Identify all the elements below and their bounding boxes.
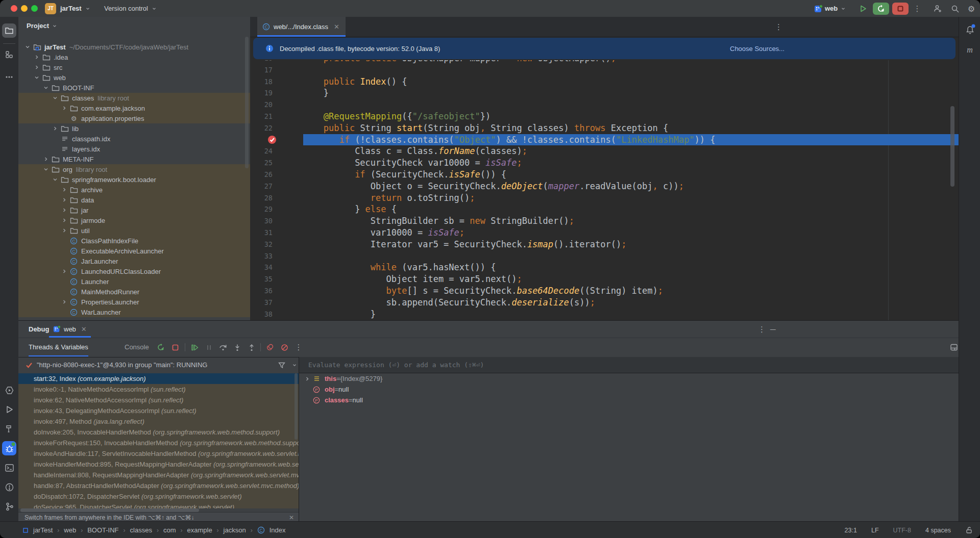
settings-gear-icon[interactable]: ⚙ [966, 3, 977, 14]
code-line-22[interactable]: 22 public String start(String obj, Strin… [250, 122, 959, 134]
frame-row[interactable]: start:32, Index (com.example.jackson) [18, 373, 299, 384]
debug-more-icon[interactable]: ⋮ [293, 342, 304, 353]
frame-row[interactable]: invoke:497, Method (java.lang.reflect) [18, 416, 299, 427]
line-number[interactable]: 36 [250, 285, 273, 297]
code-line-36[interactable]: 36 byte[] s = SecurityCheck.base64Decode… [250, 285, 959, 297]
code-line-37[interactable]: 37 sb.append(SecurityCheck.deserialize(s… [250, 297, 959, 309]
view-breakpoints-icon[interactable] [264, 342, 276, 353]
tree-item-jartest[interactable]: jarTest~/Documents/CTF/code/javaWeb/jarT… [18, 42, 251, 52]
thread-selector[interactable]: "http-nio-8080-exec-1"@4,930 in group "m… [18, 357, 299, 373]
run-tool-icon[interactable] [2, 402, 16, 417]
tree-item-meta-inf[interactable]: META-INF [18, 154, 251, 164]
chevron-right-icon[interactable] [61, 227, 67, 234]
code-line-30[interactable]: 30 StringBuilder sb = new StringBuilder(… [250, 215, 959, 227]
tree-item-com-example-jackson[interactable]: com.example.jackson [18, 103, 251, 113]
run-button[interactable] [857, 3, 869, 14]
line-number[interactable]: 29 [250, 203, 273, 215]
chevron-right-icon[interactable] [61, 105, 67, 111]
tree-item-jar[interactable]: jar [18, 205, 251, 215]
filter-funnel-icon[interactable] [278, 362, 285, 369]
line-number[interactable]: 37 [250, 297, 273, 309]
indent-setting[interactable]: 4 spaces [925, 527, 951, 534]
line-number[interactable]: 21 [250, 111, 273, 122]
file-encoding[interactable]: UTF-8 [893, 527, 911, 534]
tree-item-application-properties[interactable]: ⚙application.properties [18, 113, 251, 123]
tree-item-jarmode[interactable]: jarmode [18, 215, 251, 225]
services-tool-icon[interactable] [2, 383, 16, 397]
tree-item-web[interactable]: web [18, 72, 251, 83]
step-over-icon[interactable] [217, 342, 229, 353]
code-line-19[interactable]: 19 } [250, 87, 959, 99]
tree-item-archive[interactable]: archive [18, 185, 251, 195]
more-actions-icon[interactable]: ⋮ [912, 3, 923, 14]
chevron-down-icon[interactable] [24, 44, 31, 50]
breakpoint-verified-icon[interactable] [267, 135, 277, 145]
tab-threads-variables[interactable]: Threads & Variables [29, 338, 88, 356]
step-into-icon[interactable] [232, 342, 243, 353]
code-line-24[interactable]: 24 Class c = Class.forName(classes); [250, 145, 959, 157]
project-tool-icon[interactable] [2, 23, 16, 38]
frame-row[interactable]: invoke:62, NativeMethodAccessorImpl (sun… [18, 395, 299, 405]
line-number[interactable]: 18 [250, 76, 273, 88]
terminal-tool-icon[interactable] [2, 460, 16, 475]
line-number[interactable]: 28 [250, 192, 273, 204]
code-line-38[interactable]: 38 } [250, 309, 959, 320]
rerun-icon[interactable] [155, 342, 166, 353]
breadcrumb-item[interactable]: jarTest [33, 526, 53, 534]
chevron-right-icon[interactable] [61, 299, 67, 305]
breadcrumb-item[interactable]: com [163, 526, 176, 534]
code-line-33[interactable]: 33 [250, 250, 959, 262]
notifications-bell-icon[interactable] [963, 22, 977, 37]
tree-item-org[interactable]: orglibrary root [18, 164, 251, 174]
code-line-34[interactable]: 34 while (var5.hasNext()) { [250, 262, 959, 273]
breadcrumb-item[interactable]: Index [270, 526, 286, 534]
frames-horizontal-scrollbar[interactable] [20, 508, 199, 512]
rerun-debug-button[interactable] [873, 3, 889, 15]
code-line-35[interactable]: 35 Object item = var5.next(); [250, 273, 959, 285]
close-session-icon[interactable]: ✕ [81, 325, 87, 333]
frame-row[interactable]: invokeHandlerMethod:895, RequestMappingH… [18, 459, 299, 470]
step-out-icon[interactable] [246, 342, 257, 353]
chevron-right-icon[interactable] [61, 268, 67, 274]
code-line-28[interactable]: 28 return o.toString(); [250, 192, 959, 204]
line-number[interactable]: 19 [250, 87, 273, 99]
close-tab-icon[interactable]: ✕ [334, 23, 339, 31]
unlock-icon[interactable] [965, 526, 973, 534]
tree-item-classpathindexfile[interactable]: CClassPathIndexFile [18, 236, 251, 246]
code-line-31[interactable]: 31 var10000 = isSafe; [250, 227, 959, 239]
line-number[interactable]: 22 [250, 122, 273, 134]
frame-row[interactable]: doDispatch:1072, DispatcherServlet (org.… [18, 491, 299, 502]
tree-item-springframework-boot-loader[interactable]: springframework.boot.loader [18, 174, 251, 185]
chevron-down-icon[interactable] [43, 85, 49, 91]
build-tool-icon[interactable] [2, 422, 16, 436]
minimize-window-button[interactable] [21, 5, 28, 12]
tree-item-jarlauncher[interactable]: CJarLauncher [18, 256, 251, 266]
debug-session-tab[interactable]: web ✕ [49, 321, 91, 338]
breadcrumb-item[interactable]: jackson [224, 526, 246, 534]
chevron-right-icon[interactable] [61, 187, 67, 193]
tree-item-warlauncher[interactable]: CWarLauncher [18, 307, 251, 317]
tab-console[interactable]: Console [125, 338, 149, 356]
line-number[interactable]: 24 [250, 145, 273, 157]
line-number[interactable]: 25 [250, 157, 273, 169]
tree-item-boot-inf[interactable]: BOOT-INF [18, 83, 251, 93]
tree-item-launcher[interactable]: CLauncher [18, 276, 251, 287]
code-line-26[interactable]: 26 if (SecurityCheck.isSafe()) { [250, 169, 959, 181]
code-line-18[interactable]: 18 public Index() { [250, 76, 959, 88]
line-number[interactable]: 35 [250, 273, 273, 285]
line-number[interactable]: 17 [250, 64, 273, 76]
breadcrumb-item[interactable]: classes [130, 526, 152, 534]
run-config-selector[interactable]: web [825, 0, 846, 17]
line-number[interactable]: 30 [250, 215, 273, 227]
variable-row-classes[interactable]: Pclasses = null [299, 395, 959, 405]
editor-tab[interactable]: C web/.../Index.class ✕ [257, 17, 346, 37]
line-number[interactable]: 33 [250, 250, 273, 262]
caret-position[interactable]: 23:1 [845, 527, 857, 534]
close-hint-icon[interactable]: ✕ [289, 514, 294, 521]
more-tools-icon[interactable] [2, 70, 16, 84]
chevron-right-icon[interactable] [61, 197, 67, 203]
chevron-right-icon[interactable] [304, 376, 311, 382]
line-number[interactable]: 34 [250, 262, 273, 273]
tree-item-data[interactable]: data [18, 195, 251, 205]
editor-scrollbar[interactable] [950, 106, 954, 187]
